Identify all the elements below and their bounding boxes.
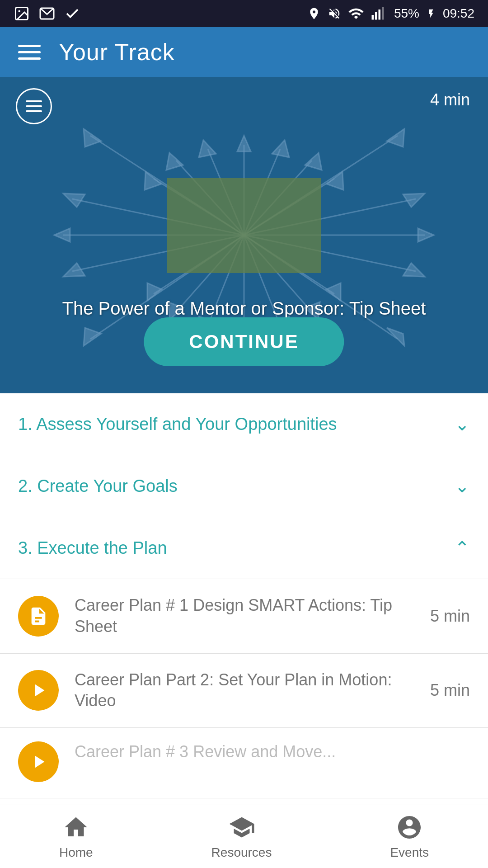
mute-icon	[328, 7, 341, 20]
chevron-down-icon-1: ⌄	[455, 414, 470, 434]
top-nav: Your Track	[0, 27, 488, 77]
menu-button[interactable]	[18, 45, 41, 60]
item-2-content: Career Plan Part 2: Set Your Plan in Mot…	[75, 670, 405, 712]
status-bar: 55% 09:52	[0, 0, 488, 27]
track-item-3-partial[interactable]: Career Plan # 3 Review and Move...	[0, 728, 488, 798]
section-2-label: 2. Create Your Goals	[18, 476, 178, 496]
home-label: Home	[59, 845, 93, 860]
bottom-nav: Home Resources Events	[0, 805, 488, 868]
status-left-icons	[14, 5, 80, 22]
battery-icon	[426, 9, 436, 19]
accordion: 1. Assess Yourself and Your Opportunitie…	[0, 393, 488, 798]
item-3-content: Career Plan # 3 Review and Move...	[75, 741, 470, 763]
gallery-icon	[14, 5, 30, 22]
section-1-label: 1. Assess Yourself and Your Opportunitie…	[18, 415, 337, 434]
signal-icon	[371, 5, 387, 22]
svg-rect-6	[382, 7, 384, 20]
hero-duration: 4 min	[430, 90, 470, 109]
status-right-info: 55% 09:52	[307, 5, 474, 22]
hero-banner: 4 min The Power of a Mentor or Sponsor: …	[0, 77, 488, 393]
chevron-down-icon-2: ⌄	[455, 476, 470, 496]
location-icon	[307, 7, 321, 20]
item-3-title: Career Plan # 3 Review and Move...	[75, 742, 336, 761]
nav-resources[interactable]: Resources	[211, 814, 272, 860]
time-label: 09:52	[443, 6, 474, 21]
hero-overlay-box	[167, 178, 321, 273]
hero-title: The Power of a Mentor or Sponsor: Tip Sh…	[0, 298, 488, 319]
item-1-duration: 5 min	[421, 607, 470, 626]
hero-list-icon	[16, 88, 52, 124]
track-item-2[interactable]: Career Plan Part 2: Set Your Plan in Mot…	[0, 654, 488, 728]
item-2-title: Career Plan Part 2: Set Your Plan in Mot…	[75, 670, 392, 710]
item-1-title: Career Plan # 1 Design SMART Actions: Ti…	[75, 596, 392, 636]
check-icon	[64, 5, 80, 22]
continue-button[interactable]: CONTINUE	[144, 317, 344, 366]
nav-events[interactable]: Events	[390, 814, 429, 860]
nav-home[interactable]: Home	[59, 814, 93, 860]
accordion-section-2[interactable]: 2. Create Your Goals ⌄	[0, 455, 488, 517]
svg-point-1	[19, 10, 21, 13]
item-1-content: Career Plan # 1 Design SMART Actions: Ti…	[75, 595, 405, 637]
page-title: Your Track	[59, 38, 175, 66]
events-label: Events	[390, 845, 429, 860]
mail-icon	[39, 5, 55, 22]
svg-rect-4	[375, 12, 377, 20]
track-item-1[interactable]: Career Plan # 1 Design SMART Actions: Ti…	[0, 579, 488, 654]
item-2-duration: 5 min	[421, 681, 470, 700]
play-icon-3	[18, 741, 59, 782]
events-icon	[396, 814, 423, 841]
section-3-label: 3. Execute the Plan	[18, 538, 167, 558]
chevron-up-icon-3: ⌃	[455, 538, 470, 558]
resources-label: Resources	[211, 845, 272, 860]
accordion-section-1[interactable]: 1. Assess Yourself and Your Opportunitie…	[0, 393, 488, 455]
svg-rect-5	[378, 9, 380, 20]
home-icon	[62, 814, 89, 841]
svg-rect-3	[371, 15, 374, 20]
wifi-icon	[348, 5, 364, 22]
document-icon-1	[18, 596, 59, 637]
accordion-section-3[interactable]: 3. Execute the Plan ⌃	[0, 517, 488, 579]
battery-label: 55%	[394, 6, 419, 21]
resources-icon	[228, 814, 255, 841]
play-icon-2	[18, 670, 59, 711]
